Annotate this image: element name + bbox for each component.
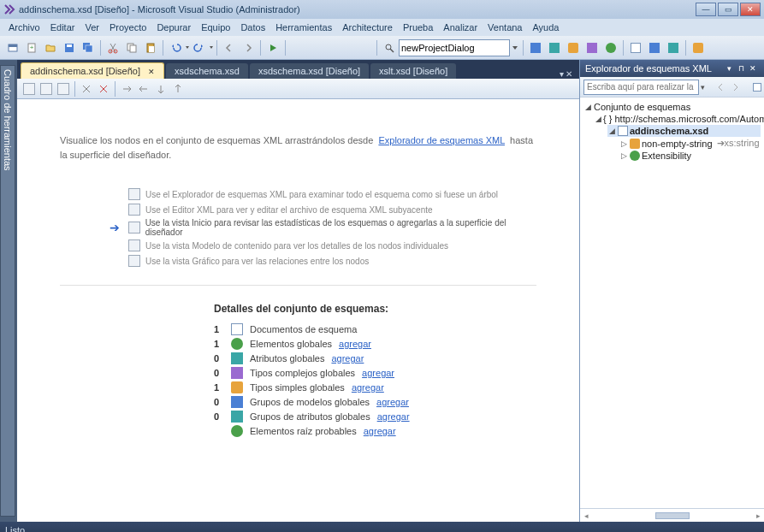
menu-ver[interactable]: Ver bbox=[80, 21, 104, 34]
view-start[interactable]: ➔ Use la vista Inicio para revisar las e… bbox=[128, 218, 536, 237]
copy-button[interactable] bbox=[123, 39, 140, 56]
nav-forward-button[interactable] bbox=[240, 39, 257, 56]
tb-icon-6[interactable] bbox=[627, 39, 644, 56]
menu-depurar[interactable]: Depurar bbox=[151, 21, 196, 34]
tb-icon-4[interactable] bbox=[583, 39, 601, 56]
cut-button[interactable] bbox=[104, 39, 121, 56]
tree-root-schema-set[interactable]: ◢ Conjunto de esquemas bbox=[583, 101, 761, 113]
right-to-left-button[interactable] bbox=[136, 81, 151, 97]
paste-button[interactable] bbox=[142, 39, 159, 56]
add-item-button[interactable]: + bbox=[23, 39, 40, 56]
add-link[interactable]: agregar bbox=[377, 411, 410, 422]
clear-workspace-button[interactable] bbox=[79, 81, 94, 97]
tab-label: xsdschema.xsd [Diseño] bbox=[258, 66, 360, 76]
new-project-button[interactable] bbox=[4, 39, 21, 56]
minimize-button[interactable]: — bbox=[696, 3, 716, 16]
find-dropdown[interactable] bbox=[510, 39, 520, 56]
open-button[interactable] bbox=[42, 39, 59, 56]
window-title: addinschema.xsd [Diseño] - Microsoft Vis… bbox=[19, 4, 696, 15]
redo-button[interactable] bbox=[191, 39, 208, 56]
add-link[interactable]: agregar bbox=[376, 397, 409, 407]
attribute-group-icon bbox=[231, 411, 243, 423]
start-debug-button[interactable] bbox=[264, 39, 281, 56]
save-button[interactable] bbox=[61, 39, 78, 56]
tab-close-all-icon[interactable]: ✕ bbox=[566, 69, 572, 79]
next-result-button[interactable] bbox=[730, 79, 742, 96]
collapse-icon[interactable]: ◢ bbox=[607, 127, 616, 135]
find-combo[interactable] bbox=[399, 39, 510, 56]
tree-element-extensibility[interactable]: ▷ Extensibility bbox=[619, 150, 761, 162]
collapse-icon[interactable]: ◢ bbox=[583, 103, 592, 111]
tree-simpletype-non-empty-string[interactable]: ▷ non-empty-string ➔xs:string bbox=[619, 137, 761, 150]
add-link[interactable]: agregar bbox=[362, 368, 394, 378]
menu-architecture[interactable]: Architecture bbox=[337, 21, 398, 34]
left-dock[interactable]: Cuadro de herramientas bbox=[0, 60, 17, 522]
close-button[interactable]: ✕ bbox=[740, 3, 761, 16]
redo-dropdown[interactable] bbox=[209, 42, 214, 54]
left-to-right-button[interactable] bbox=[119, 81, 134, 97]
view-xml-editor[interactable]: Use el Editor XML para ver y editar el a… bbox=[128, 203, 536, 216]
collapse-icon[interactable]: ◢ bbox=[595, 115, 601, 123]
tree-file-addinschema[interactable]: ◢ addinschema.xsd bbox=[607, 125, 761, 137]
add-link[interactable]: agregar bbox=[352, 382, 384, 393]
tab-xslt-design[interactable]: xslt.xsd [Diseño] bbox=[370, 63, 456, 79]
menu-archivo[interactable]: Archivo bbox=[3, 21, 45, 34]
menu-prueba[interactable]: Prueba bbox=[398, 21, 438, 34]
top-to-bottom-button[interactable] bbox=[153, 81, 169, 97]
bottom-to-top-button[interactable] bbox=[170, 81, 186, 97]
find-button[interactable] bbox=[381, 39, 398, 56]
view-content-model[interactable]: Use la vista Modelo de contenido para ve… bbox=[128, 239, 536, 252]
view-graph[interactable]: Use la vista Gráfico para ver las relaci… bbox=[128, 254, 536, 268]
menu-editar[interactable]: Editar bbox=[45, 21, 80, 34]
tb-icon-8[interactable] bbox=[665, 39, 682, 56]
tb-icon-9[interactable] bbox=[690, 39, 707, 56]
sort-button[interactable] bbox=[752, 79, 762, 96]
tb-icon-5[interactable] bbox=[602, 39, 619, 56]
search-dropdo-icon[interactable]: ▾ bbox=[701, 83, 705, 92]
tab-close-icon[interactable]: ✕ bbox=[148, 68, 155, 76]
tb-icon-3[interactable] bbox=[565, 39, 582, 56]
tree-namespace[interactable]: ◢ { } http://schemas.microsoft.com/Autom… bbox=[595, 113, 761, 125]
menu-equipo[interactable]: Equipo bbox=[196, 21, 235, 34]
simple-type-icon bbox=[630, 139, 640, 149]
undo-button[interactable] bbox=[167, 39, 184, 56]
expand-icon[interactable]: ▷ bbox=[619, 139, 628, 148]
tab-dropdown-icon[interactable]: ▾ bbox=[560, 69, 564, 79]
horizontal-scrollbar[interactable]: ◂ ▸ bbox=[580, 508, 764, 522]
toolbox-tab[interactable]: Cuadro de herramientas bbox=[0, 65, 15, 517]
panel-close-icon[interactable]: ✕ bbox=[747, 62, 759, 74]
tb-icon-7[interactable] bbox=[646, 39, 663, 56]
add-link[interactable]: agregar bbox=[364, 426, 396, 436]
tab-addinschema-design[interactable]: addinschema.xsd [Diseño] ✕ bbox=[21, 62, 164, 79]
menu-datos[interactable]: Datos bbox=[235, 21, 270, 34]
menu-ventana[interactable]: Ventana bbox=[483, 21, 527, 34]
panel-dropdown-icon[interactable]: ▾ bbox=[723, 62, 735, 74]
detail-schema-docs: 1 Documentos de esquema bbox=[214, 323, 536, 335]
prev-result-button[interactable] bbox=[714, 79, 726, 96]
scrollbar-thumb[interactable] bbox=[655, 512, 690, 519]
show-graph-view-button[interactable] bbox=[56, 81, 71, 97]
undo-dropdown[interactable] bbox=[185, 42, 190, 54]
menu-proyecto[interactable]: Proyecto bbox=[104, 21, 151, 34]
nav-back-button[interactable] bbox=[221, 39, 238, 56]
show-start-view-button[interactable] bbox=[21, 81, 37, 97]
menu-analizar[interactable]: Analizar bbox=[438, 21, 483, 34]
detail-probable-roots: Elementos raíz probables agregar bbox=[214, 425, 536, 437]
tb-icon-1[interactable] bbox=[527, 39, 544, 56]
show-content-model-button[interactable] bbox=[38, 81, 54, 97]
view-explorer[interactable]: Use el Explorador de esquemas XML para e… bbox=[128, 187, 536, 201]
expand-icon[interactable]: ▷ bbox=[619, 151, 628, 160]
save-all-button[interactable] bbox=[80, 39, 97, 56]
menu-herramientas[interactable]: Herramientas bbox=[270, 21, 337, 34]
panel-pin-icon[interactable]: ⊓ bbox=[735, 62, 747, 74]
add-link[interactable]: agregar bbox=[331, 353, 364, 364]
tb-icon-2[interactable] bbox=[546, 39, 563, 56]
maximize-button[interactable]: ▭ bbox=[718, 3, 738, 16]
tab-xsdschema[interactable]: xsdschema.xsd bbox=[166, 63, 248, 79]
tab-xsdschema-design[interactable]: xsdschema.xsd [Diseño] bbox=[250, 63, 369, 79]
remove-from-workspace-button[interactable] bbox=[96, 81, 111, 97]
schema-search-input[interactable] bbox=[583, 80, 699, 95]
explorer-link[interactable]: Explorador de esquemas XML bbox=[378, 135, 505, 145]
add-link[interactable]: agregar bbox=[339, 339, 371, 349]
menu-ayuda[interactable]: Ayuda bbox=[527, 21, 564, 34]
